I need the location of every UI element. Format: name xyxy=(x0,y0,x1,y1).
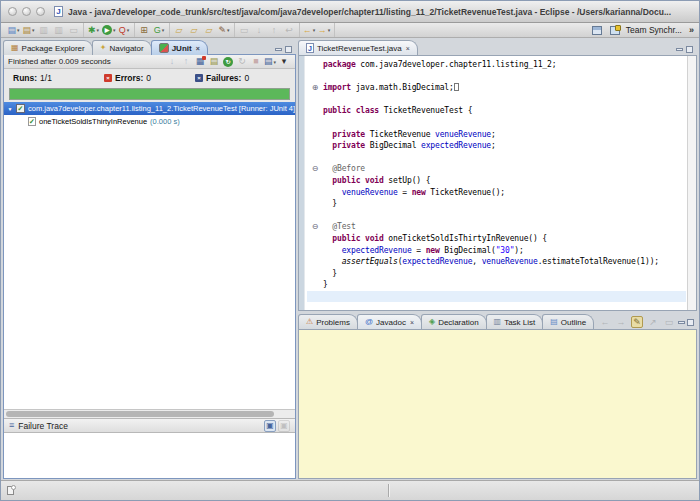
test-counters: Runs: 1/1 × Errors: 0 × Failures: 0 xyxy=(4,69,295,86)
new-wizard-button[interactable]: ▤▾ xyxy=(7,24,20,37)
code-text: public class TicketRevenueTest { xyxy=(323,105,472,117)
maximize-view-button[interactable] xyxy=(687,319,694,326)
fold-spacer xyxy=(307,152,323,164)
new-java-class-icon: G xyxy=(154,26,161,35)
open-type-icon: ▱ xyxy=(176,26,183,35)
fold-spacer xyxy=(307,256,323,268)
bottom-view-panel: ⚠Problems@Javadoc×◈Declaration▥Task List… xyxy=(298,313,697,479)
forward-button[interactable]: →▾ xyxy=(318,24,331,37)
save-all-icon: ▥ xyxy=(54,26,63,35)
minimize-button[interactable] xyxy=(22,7,31,16)
javadoc-content[interactable] xyxy=(298,329,697,479)
maximize-view-button[interactable] xyxy=(285,46,292,53)
open-type-button[interactable]: ▱ xyxy=(173,24,186,37)
main-toolbar: ▤▾▤▾▥▥▭✱▾▶▾Q▾⊞G▾▱▱▱✎▾▭↓↑↩←▾→▾ Team Synch… xyxy=(1,23,699,38)
close-icon[interactable]: × xyxy=(406,45,410,52)
print-button: ▭ xyxy=(67,24,80,37)
tab-package-explorer[interactable]: ▦Package Explorer xyxy=(3,40,93,55)
navigator-icon: ✦ xyxy=(100,44,107,52)
problems-icon: ⚠ xyxy=(306,318,313,326)
open-perspective-button[interactable] xyxy=(591,24,604,37)
collapse-fold-icon[interactable]: ⊖ xyxy=(307,221,323,233)
tab-navigator[interactable]: ✦Navigator xyxy=(92,40,152,55)
new-java-project-button[interactable]: ⊞ xyxy=(138,24,151,37)
run-button[interactable]: ▶▾ xyxy=(102,24,116,37)
tab-javadoc[interactable]: @Javadoc× xyxy=(357,314,422,329)
test-suite-icon: ✓ xyxy=(16,104,25,113)
new-java-element-button[interactable]: ▤▾ xyxy=(22,24,35,37)
expand-fold-icon[interactable]: ⊕ xyxy=(307,82,323,94)
test-suite-row[interactable]: ▼✓com.java7developer.chapter11.listing_1… xyxy=(4,102,295,115)
tab-junit[interactable]: JUnit× xyxy=(151,40,208,55)
debug-button[interactable]: ✱▾ xyxy=(87,24,100,37)
scroll-lock-button[interactable]: ▤ xyxy=(208,56,220,68)
tab-declaration-label: Declaration xyxy=(438,318,478,327)
annotation-ruler[interactable] xyxy=(299,56,305,310)
scroll-lock-icon: ▤ xyxy=(210,57,219,66)
fold-spacer xyxy=(307,140,323,152)
toolbar-group-5: ▭↓↑↩ xyxy=(235,23,300,37)
dropdown-arrow-icon: ▾ xyxy=(313,27,316,33)
bottom-view-tab-row: ⚠Problems@Javadoc×◈Declaration▥Task List… xyxy=(298,313,697,329)
fold-spacer xyxy=(307,71,323,83)
show-failures-only-button[interactable]: ▦ xyxy=(194,56,206,68)
link-with-editor-button[interactable]: ✎ xyxy=(631,316,643,328)
failure-trace-buttons: ▣▣ xyxy=(264,420,290,432)
tab-problems[interactable]: ⚠Problems xyxy=(298,314,358,329)
external-tools-button[interactable]: Q▾ xyxy=(118,24,131,37)
maximize-view-button[interactable] xyxy=(686,46,693,53)
last-edit-location-button: ↩ xyxy=(283,24,296,37)
test-method-row[interactable]: ✓oneTicketSoldIsThirtyInRevenue(0.000 s) xyxy=(4,115,295,128)
test-run-history-button[interactable]: ▤▾ xyxy=(264,56,276,68)
new-java-class-button[interactable]: G▾ xyxy=(153,24,166,37)
tab-ticketrevenuetest-java[interactable]: J TicketRevenueTest.java × xyxy=(298,40,418,55)
rerun-failed-tests-button: ↻ xyxy=(236,56,248,68)
fold-spacer xyxy=(307,105,323,117)
fast-view-bar-icon[interactable] xyxy=(7,486,14,495)
fold-spacer xyxy=(307,94,323,106)
minimize-view-button[interactable] xyxy=(275,48,282,51)
toolbar-overflow-chevron[interactable]: » xyxy=(689,25,694,35)
junit-view-panel: ▦Package Explorer✦NavigatorJUnit× Finish… xyxy=(3,39,296,479)
close-button[interactable] xyxy=(8,7,17,16)
team-sync-label[interactable]: Team Synchr... xyxy=(626,25,682,35)
fold-spacer xyxy=(307,129,323,141)
code-line: public void oneTicketSoldIsThirtyInReven… xyxy=(307,233,686,245)
editor-vertical-scrollbar[interactable] xyxy=(687,56,696,310)
tree-horizontal-scrollbar[interactable] xyxy=(4,409,295,418)
code-area[interactable]: package com.java7developer.chapter11.lis… xyxy=(307,56,686,310)
close-icon[interactable]: × xyxy=(410,319,414,326)
title-bar[interactable]: J Java - java7developer_code_trunk/src/t… xyxy=(1,1,699,23)
search-button[interactable]: ✎▾ xyxy=(218,24,231,37)
team-synchronizing-button[interactable] xyxy=(609,24,622,37)
code-text: private BigDecimal expectedRevenue; xyxy=(323,140,496,152)
back-button[interactable]: ←▾ xyxy=(303,24,316,37)
javadoc-icon: @ xyxy=(365,318,373,326)
collapse-fold-icon[interactable]: ⊖ xyxy=(307,163,323,175)
open-task-button[interactable]: ▱ xyxy=(203,24,216,37)
minimize-view-button[interactable] xyxy=(676,48,683,51)
tab-declaration[interactable]: ◈Declaration xyxy=(421,314,487,329)
code-editor[interactable]: package com.java7developer.chapter11.lis… xyxy=(298,55,697,311)
outline-icon: ▤ xyxy=(550,318,558,326)
scrollbar-thumb[interactable] xyxy=(6,411,274,417)
close-icon[interactable]: × xyxy=(196,45,200,52)
test-result-tree[interactable]: ▼✓com.java7developer.chapter11.listing_1… xyxy=(4,102,295,409)
zoom-button[interactable] xyxy=(36,7,45,16)
tab-task-list[interactable]: ▥Task List xyxy=(486,314,544,329)
code-text: public void setUp() { xyxy=(323,175,430,187)
disclosure-triangle-icon[interactable]: ▼ xyxy=(4,106,16,112)
open-resource-button[interactable]: ▱ xyxy=(188,24,201,37)
failure-trace-content[interactable] xyxy=(4,433,295,478)
view-menu-button[interactable]: ▾ xyxy=(278,56,290,68)
tab-outline[interactable]: ▤Outline xyxy=(542,314,594,329)
fold-spacer xyxy=(307,175,323,187)
rerun-tests-button[interactable]: ↻ xyxy=(222,56,234,68)
editor-tab-label: TicketRevenueTest.java xyxy=(317,44,402,53)
toolbar-group-1: ▤▾▤▾▥▥▭ xyxy=(4,23,84,37)
save-button: ▥ xyxy=(37,24,50,37)
code-text: expectedRevenue = new BigDecimal("30"); xyxy=(323,245,524,257)
filter-stack-trace-button[interactable]: ▣ xyxy=(264,420,276,432)
fold-spacer xyxy=(307,291,323,303)
minimize-view-button[interactable] xyxy=(678,321,685,324)
